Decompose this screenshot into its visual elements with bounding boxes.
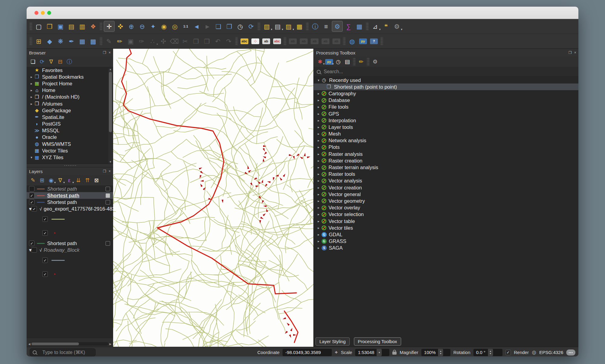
symbology-row[interactable]: ✓ — [27, 226, 113, 240]
select-features-button[interactable]: ▧▾ — [262, 21, 272, 31]
toolbox-search-input[interactable]: Search... — [314, 67, 578, 77]
zoom-full-button[interactable]: ✦ — [148, 21, 158, 31]
toolbox-group-vector-tiles[interactable]: ▸Vector tiles — [314, 225, 578, 231]
expander-icon[interactable]: ▸ — [316, 145, 321, 149]
layer-row[interactable]: ✓Shortest path — [27, 199, 113, 205]
toolbox-group-layer-tools[interactable]: ▸Layer tools — [314, 124, 578, 130]
toolbox-provider-saga[interactable]: ▸SSAGA — [314, 245, 578, 251]
expander-icon[interactable]: ▾ — [316, 78, 321, 82]
dropdown-caret-icon[interactable]: ▾ — [54, 181, 56, 184]
coordinate-toggle-icon[interactable]: ⌖ — [335, 349, 338, 356]
dropdown-caret-icon[interactable]: ▾ — [156, 43, 158, 46]
filter-browser-button[interactable]: ∇ — [47, 57, 55, 66]
expander-icon[interactable]: ▸ — [316, 105, 321, 109]
symbology-checkbox[interactable]: ✓ — [42, 257, 48, 263]
toolbox-group-recently-used[interactable]: ▾◷Recently used — [314, 77, 578, 84]
add-group-button[interactable]: ⊞ — [38, 176, 46, 185]
toolbox-group-vector-geometry[interactable]: ▸Vector geometry — [314, 198, 578, 204]
expander-icon[interactable]: ▸ — [316, 119, 321, 123]
browser-float-icon[interactable]: ❐ — [103, 51, 106, 54]
expander-icon[interactable]: ▸ — [316, 179, 321, 183]
edit-features-in-place-button[interactable]: ✏ — [357, 57, 365, 66]
dropdown-caret-icon[interactable]: ▾ — [332, 62, 334, 65]
browser-item-postgis[interactable]: ◗PostGIS — [27, 121, 113, 127]
toolbar-grip[interactable] — [353, 57, 355, 66]
toolbox-group-raster-tools[interactable]: ▸Raster tools — [314, 171, 578, 178]
toolbox-group-vector-general[interactable]: ▸Vector general — [314, 191, 578, 198]
zoom-window-button[interactable] — [47, 11, 51, 15]
browser-item-spatialite[interactable]: ✒SpatiaLite — [27, 114, 113, 120]
python-scripts-menu-button[interactable]: py▾ — [325, 57, 333, 66]
toolbox-close-icon[interactable]: × — [574, 51, 576, 54]
data-source-manager-button[interactable]: ⊞ — [34, 36, 44, 46]
expander-icon[interactable]: ▸ — [316, 199, 321, 203]
open-project-button[interactable]: ❒ — [44, 21, 55, 31]
layer-indicator-icon[interactable] — [106, 241, 110, 246]
expander-icon[interactable]: ▾ — [29, 206, 31, 212]
zoom-out-button[interactable]: ⊖ — [137, 21, 147, 31]
browser-item-project-home[interactable]: ▸▦Project Home — [27, 80, 113, 87]
toolbar-grip[interactable] — [100, 37, 102, 45]
collapse-all-layers-button[interactable]: ⇈ — [83, 176, 92, 185]
crs-status[interactable]: EPSG:4326 — [539, 350, 563, 355]
results-viewer-button[interactable]: ▤ — [343, 57, 352, 66]
new-mesh-layer-button[interactable]: ▦ — [77, 36, 87, 46]
layer-checkbox[interactable]: ✓ — [29, 199, 34, 205]
title-bar[interactable] — [27, 7, 578, 19]
browser-scrollbar[interactable]: ▲ ▼ — [108, 67, 113, 164]
toolbox-group-file-tools[interactable]: ▸File tools — [314, 104, 578, 110]
dropdown-caret-icon[interactable]: ▾ — [271, 28, 272, 31]
dropdown-caret-icon[interactable]: ▾ — [323, 62, 325, 65]
layer-indicator-icon[interactable] — [106, 200, 110, 205]
toolbox-group-vector-overlay[interactable]: ▸Vector overlay — [314, 205, 578, 211]
expander-icon[interactable]: ▸ — [316, 92, 321, 96]
pan-to-selection-button[interactable]: ✜ — [115, 21, 126, 31]
toolbox-group-raster-analysis[interactable]: ▸Raster analysis — [314, 151, 578, 157]
symbology-row[interactable]: ✓ — [27, 253, 113, 267]
toolbox-float-icon[interactable]: ❐ — [568, 51, 572, 54]
toolbox-group-mesh[interactable]: ▸Mesh — [314, 131, 578, 137]
browser-close-icon[interactable]: × — [109, 51, 111, 54]
expander-icon[interactable]: ▸ — [316, 172, 321, 176]
refresh-map-button[interactable]: ⟳ — [246, 21, 256, 31]
layers-close-icon[interactable]: × — [109, 169, 111, 173]
expander-icon[interactable]: ▸ — [29, 88, 34, 92]
select-by-value-button[interactable]: ▤▾ — [273, 21, 283, 31]
statistical-summary-button[interactable]: ∑ — [343, 21, 354, 31]
show-layout-manager-button[interactable]: ▥ — [77, 21, 87, 31]
tab-layer-styling[interactable]: Layer Styling — [316, 337, 350, 346]
toolbar-grip[interactable] — [366, 22, 368, 31]
attribute-table-button[interactable]: ▦ — [354, 21, 365, 31]
layer-indicator-icon[interactable] — [106, 187, 110, 191]
browser-item-oracle[interactable]: ●Oracle — [27, 134, 113, 141]
render-checkbox[interactable]: ✓ — [505, 350, 511, 355]
locator-input[interactable]: Type to locate (⌘K) — [30, 348, 96, 356]
layers-hscrollbar[interactable]: ◀ ▶ — [27, 342, 113, 346]
manage-map-themes-button[interactable]: ◉▾ — [47, 176, 55, 185]
layer-checkbox[interactable]: ✓ — [31, 206, 37, 212]
expander-icon[interactable]: ▸ — [316, 219, 321, 223]
close-window-button[interactable] — [34, 11, 38, 15]
toolbar-grip[interactable] — [235, 37, 238, 45]
remove-layer-button[interactable]: ⊠ — [92, 176, 101, 185]
expander-icon[interactable]: ▸ — [316, 212, 321, 216]
expander-icon[interactable]: ▸ — [316, 239, 321, 243]
expander-icon[interactable]: ▸ — [29, 82, 34, 86]
models-menu-button[interactable]: ✱▾ — [316, 57, 324, 66]
map-tips-button[interactable]: ❝ — [381, 21, 391, 31]
new-geopackage-layer-button[interactable]: ◆ — [44, 36, 55, 46]
toolbox-group-interpolation[interactable]: ▸Interpolation — [314, 117, 578, 124]
browser-item--volumes[interactable]: ▸❒/Volumes — [27, 100, 113, 107]
layer-checkbox[interactable]: ✓ — [29, 241, 34, 246]
expander-icon[interactable]: ▸ — [316, 112, 321, 116]
toolbar-grip[interactable] — [306, 22, 309, 31]
new-print-layout-button[interactable]: ▤ — [66, 21, 77, 31]
browser-item--macintosh-hd-[interactable]: ▸❒/ (Macintosh HD) — [27, 94, 113, 100]
expander-icon[interactable]: ▾ — [29, 156, 34, 159]
save-project-button[interactable]: ▣ — [55, 21, 66, 31]
toolbox-group-plots[interactable]: ▸Plots — [314, 144, 578, 151]
dropdown-caret-icon[interactable]: ▾ — [379, 28, 381, 31]
map-canvas[interactable] — [113, 49, 313, 347]
toolbox-group-vector-table[interactable]: ▸Vector table — [314, 218, 578, 225]
coordinate-field[interactable]: -98.0349,30.3589 — [283, 349, 332, 356]
